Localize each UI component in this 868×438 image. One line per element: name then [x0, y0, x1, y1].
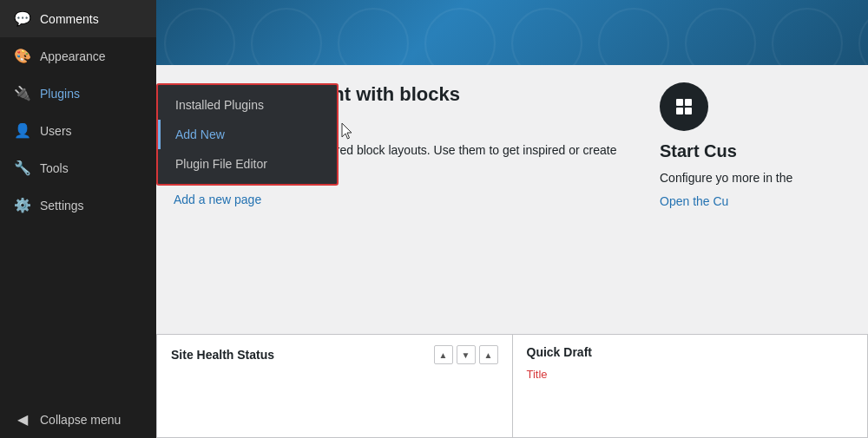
users-icon: 👤 — [14, 122, 31, 139]
tools-icon: 🔧 — [14, 160, 31, 176]
submenu-plugin-file-editor[interactable]: Plugin File Editor — [158, 149, 337, 179]
sidebar-item-plugins[interactable]: 🔌 Plugins — [0, 75, 156, 112]
appearance-icon: 🎨 — [14, 48, 31, 64]
sidebar-item-label: Comments — [40, 12, 99, 26]
site-health-title: Site Health Status — [171, 348, 274, 362]
site-health-widget: Site Health Status ▲ ▼ ▲ — [156, 334, 513, 438]
sidebar-item-tools[interactable]: 🔧 Tools — [0, 149, 156, 186]
widget-collapse-up-btn[interactable]: ▲ — [434, 345, 453, 364]
start-customizing-desc: Configure yo more in the — [660, 168, 792, 187]
submenu-installed-plugins[interactable]: Installed Plugins — [158, 90, 337, 120]
sidebar-item-label: Users — [40, 124, 72, 138]
svg-rect-3 — [685, 108, 692, 114]
comments-icon: 💬 — [14, 10, 31, 27]
plugins-icon: 🔌 — [14, 85, 31, 101]
add-page-link[interactable]: Add a new page — [174, 193, 261, 206]
submenu-item-label: Add New — [175, 127, 225, 141]
collapse-label: Collapse menu — [40, 413, 121, 427]
quick-draft-title: Quick Draft — [527, 345, 592, 359]
plugins-submenu: Installed Plugins Add New Plugin File Ed… — [156, 83, 339, 186]
collapse-icon: ◀ — [14, 411, 31, 428]
svg-rect-2 — [676, 108, 683, 114]
hero-area — [156, 0, 868, 65]
sidebar-item-label: Settings — [40, 199, 84, 212]
widget-controls: ▲ ▼ ▲ — [434, 345, 498, 364]
submenu-item-label: Installed Plugins — [175, 98, 264, 112]
sidebar-item-label: Appearance — [40, 49, 106, 63]
submenu-item-label: Plugin File Editor — [175, 157, 267, 171]
sidebar-item-appearance[interactable]: 🎨 Appearance — [0, 37, 156, 75]
sidebar-item-label: Tools — [40, 161, 69, 175]
quick-draft-field-label: Title — [527, 368, 854, 381]
open-customizer-link[interactable]: Open the Cu — [660, 194, 728, 208]
main-content: Author rich content with blocksand patte… — [156, 0, 868, 438]
sidebar-item-users[interactable]: 👤 Users — [0, 112, 156, 149]
settings-icon: ⚙️ — [14, 197, 31, 213]
collapse-menu[interactable]: ◀ Collapse menu — [0, 401, 156, 438]
sidebar-item-settings[interactable]: ⚙️ Settings — [0, 186, 156, 224]
quick-draft-widget: Quick Draft Title — [513, 334, 869, 438]
customizer-icon — [660, 82, 708, 131]
sidebar-item-label: Plugins — [40, 87, 80, 101]
widget-collapse-down-btn[interactable]: ▼ — [457, 345, 476, 364]
widget-hide-btn[interactable]: ▲ — [479, 345, 498, 364]
sidebar-item-comments[interactable]: 💬 Comments — [0, 0, 156, 37]
widget-header: Site Health Status ▲ ▼ ▲ — [171, 345, 498, 364]
start-customizing-title: Start Cus — [660, 141, 737, 161]
submenu-add-new[interactable]: Add New — [158, 120, 337, 149]
svg-rect-0 — [676, 99, 683, 106]
quick-draft-header: Quick Draft — [527, 345, 854, 359]
svg-rect-1 — [685, 99, 692, 106]
widgets-row: Site Health Status ▲ ▼ ▲ Quick Draft Tit… — [156, 334, 868, 438]
sidebar: 💬 Comments 🎨 Appearance 🔌 Plugins 👤 User… — [0, 0, 156, 438]
